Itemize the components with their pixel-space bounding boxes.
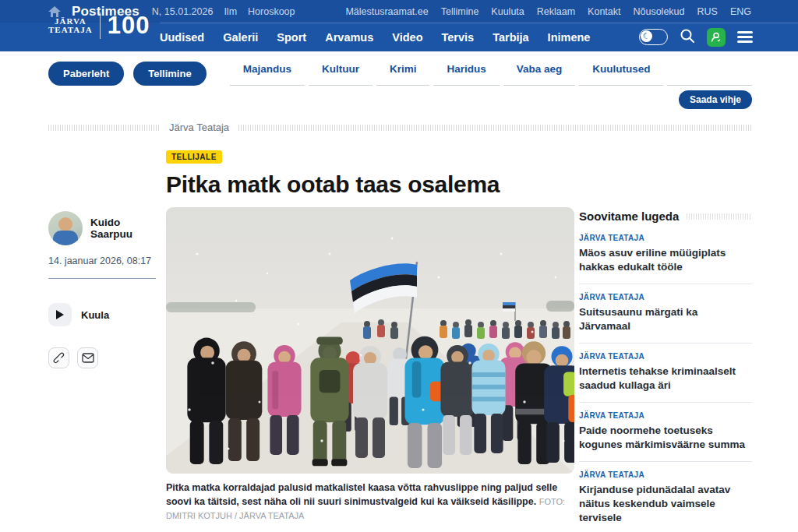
breadcrumb-row: Järva Teataja	[48, 122, 752, 133]
breadcrumb-dots-left	[48, 125, 160, 131]
listen-label: Kuula	[81, 309, 109, 321]
sidebar-header: Soovitame lugeda	[579, 210, 752, 223]
tab-kultuur[interactable]: Kultuur	[309, 63, 373, 86]
sidebar-article-title[interactable]: Mäos asuv eriline müügiplats hakkas eduk…	[579, 246, 752, 274]
sidebar-article-label: JÄRVA TEATAJA	[579, 352, 752, 361]
sidebar-article-4[interactable]: JÄRVA TEATAJA Paide noormehe toetuseks k…	[579, 411, 752, 452]
author-avatar	[48, 211, 83, 245]
author-block[interactable]: Kuido Saarpuu	[48, 211, 152, 245]
article-image	[166, 207, 574, 474]
sidebar-article-label: JÄRVA TEATAJA	[579, 234, 752, 242]
tab-vaba-aeg[interactable]: Vaba aeg	[503, 63, 576, 86]
image-caption: Pitka matka korraldajad palusid matkalis…	[166, 481, 574, 523]
sidebar-article-label: JÄRVA TEATAJA	[579, 411, 752, 420]
sidebar-article-label: JÄRVA TEATAJA	[579, 293, 752, 301]
current-date: N, 15.01.2026	[152, 6, 214, 17]
topbar-link-tellimine[interactable]: Tellimine	[441, 6, 479, 17]
send-tip-button[interactable]: Saada vihje	[679, 90, 752, 109]
primary-nav: Uudised Galerii Sport Arvamus Video Terv…	[160, 31, 590, 44]
nav-item-galerii[interactable]: Galerii	[223, 31, 258, 44]
navbar-separator	[160, 23, 798, 23]
play-icon[interactable]	[48, 303, 72, 326]
main-navbar: JÄRVATEATAJA 100 Uudised Galerii Sport A…	[0, 23, 798, 51]
breadcrumb-dots-right	[238, 125, 752, 131]
topbar-link-horoskoop[interactable]: Horoskoop	[248, 6, 295, 17]
sidebar-article-2[interactable]: JÄRVA TEATAJA Suitsusaunu märgati ka Jär…	[579, 293, 752, 333]
tab-haridus[interactable]: Haridus	[433, 63, 499, 86]
sidebar-title: Soovitame lugeda	[579, 210, 679, 223]
dark-mode-toggle[interactable]: ☾	[639, 29, 668, 45]
logo-wordmark: JÄRVATEATAJA	[48, 17, 93, 34]
sidebar-article-title[interactable]: Suitsusaunu märgati ka Järvamaal	[579, 305, 752, 333]
share-row	[48, 347, 152, 368]
topbar-link-reklaam[interactable]: Reklaam	[537, 6, 575, 17]
nav-item-uudised[interactable]: Uudised	[160, 31, 204, 44]
author-column: Kuido Saarpuu 14. jaanuar 2026, 08:17 Ku…	[48, 149, 166, 532]
publish-date: 14. jaanuar 2026, 08:17	[48, 255, 152, 266]
sidebar-divider	[579, 402, 752, 403]
topbar-link-nousolekud[interactable]: Nõusolekud	[633, 6, 684, 17]
author-divider	[48, 278, 156, 279]
sidebar-dots	[687, 213, 752, 220]
sidebar-article-title[interactable]: Internetis tehakse kriminaalselt saadud …	[579, 365, 752, 393]
tellimine-button[interactable]: Tellimine	[133, 62, 206, 86]
jarva-teataja-logo[interactable]: JÄRVATEATAJA 100	[48, 3, 150, 48]
nav-item-inimene[interactable]: Inimene	[548, 31, 591, 44]
topbar-link-kontakt[interactable]: Kontakt	[588, 6, 620, 17]
topbar-link-ilm[interactable]: Ilm	[224, 6, 237, 17]
caption-text: Pitka matka korraldajad palusid matkalis…	[166, 482, 557, 507]
nav-item-video[interactable]: Video	[392, 31, 422, 44]
nav-item-tarbija[interactable]: Tarbija	[493, 31, 528, 44]
main-content: Kuido Saarpuu 14. jaanuar 2026, 08:17 Ku…	[0, 133, 798, 532]
paberleht-button[interactable]: Paberleht	[48, 62, 124, 86]
tab-kuulutused[interactable]: Kuulutused	[579, 63, 663, 86]
logo-divider	[100, 12, 101, 39]
sidebar-divider	[579, 343, 752, 344]
sidebar-article-title[interactable]: Paide noormehe toetuseks kogunes märkimi…	[579, 424, 752, 452]
sidebar-divider	[579, 461, 752, 462]
subscriber-badge: TELLIJALE	[166, 150, 222, 164]
author-name: Kuido Saarpuu	[90, 217, 152, 240]
page: Postimees N, 15.01.2026 Ilm Horoskoop Mä…	[0, 0, 798, 532]
logo-100: 100	[108, 12, 150, 40]
topbar-link-malestusraamat[interactable]: Mälestusraamat.ee	[345, 6, 428, 17]
sidebar-article-title[interactable]: Kirjanduse pidunädalal avatav näitus kes…	[579, 483, 752, 525]
email-icon[interactable]	[77, 347, 98, 368]
listen-control[interactable]: Kuula	[48, 303, 152, 326]
category-tabs: Majandus Kultuur Krimi Haridus Vaba aeg …	[230, 63, 752, 86]
copy-link-icon[interactable]	[48, 347, 69, 368]
recommended-sidebar: Soovitame lugeda JÄRVA TEATAJA Mäos asuv…	[574, 149, 752, 532]
breadcrumb[interactable]: Järva Teataja	[169, 122, 229, 133]
nav-item-arvamus[interactable]: Arvamus	[325, 31, 373, 44]
sidebar-article-label: JÄRVA TEATAJA	[579, 470, 752, 479]
article-column: TELLIJALE Pitka matk ootab taas osalema	[166, 149, 574, 532]
sidebar-article-5[interactable]: JÄRVA TEATAJA Kirjanduse pidunädalal ava…	[579, 470, 752, 525]
topbar-link-eng[interactable]: ENG	[730, 6, 751, 17]
sidebar-divider	[579, 284, 752, 284]
nav-item-tervis[interactable]: Tervis	[441, 31, 474, 44]
sidebar-article-3[interactable]: JÄRVA TEATAJA Internetis tehakse krimina…	[579, 352, 752, 393]
tab-majandus[interactable]: Majandus	[230, 63, 305, 86]
topbar-right-links: Mälestusraamat.ee Tellimine Kuuluta Rekl…	[345, 6, 751, 17]
nav-item-sport[interactable]: Sport	[277, 31, 306, 44]
tab-row-filler	[667, 85, 752, 86]
menu-icon[interactable]	[737, 29, 753, 46]
tab-krimi[interactable]: Krimi	[376, 63, 430, 86]
sidebar-article-1[interactable]: JÄRVA TEATAJA Mäos asuv eriline müügipla…	[579, 234, 752, 274]
moon-icon: ☾	[641, 30, 652, 42]
secondary-nav: Paberleht Tellimine Majandus Kultuur Kri…	[0, 51, 798, 86]
navbar-icons: ☾	[639, 28, 753, 47]
search-icon[interactable]	[680, 28, 695, 47]
account-icon[interactable]	[707, 28, 726, 47]
topbar-link-rus[interactable]: RUS	[697, 6, 718, 17]
tip-row: Saada vihje	[0, 86, 798, 109]
article-title: Pitka matk ootab taas osalema	[166, 171, 574, 197]
topbar-link-kuuluta[interactable]: Kuuluta	[491, 6, 524, 17]
site-header: Postimees N, 15.01.2026 Ilm Horoskoop Mä…	[0, 0, 798, 51]
